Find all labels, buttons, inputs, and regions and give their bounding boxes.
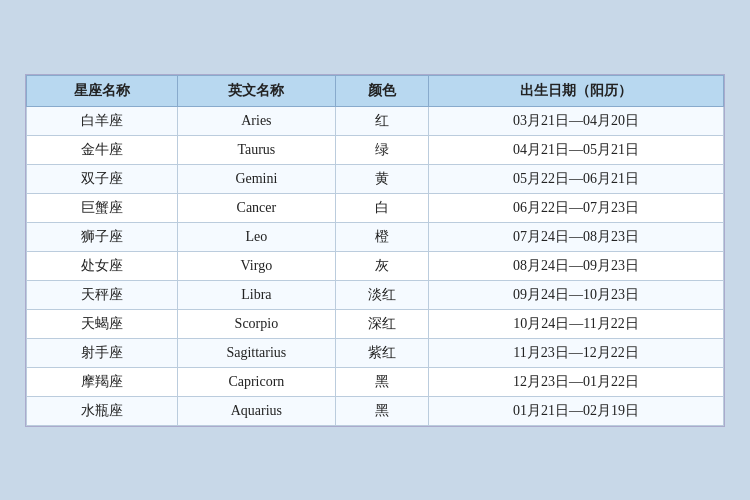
cell-english: Aries	[177, 106, 336, 135]
table-row: 天秤座Libra淡红09月24日—10月23日	[27, 280, 724, 309]
col-header-chinese: 星座名称	[27, 75, 178, 106]
cell-dates: 01月21日—02月19日	[429, 396, 724, 425]
cell-color: 黄	[336, 164, 429, 193]
cell-chinese: 双子座	[27, 164, 178, 193]
cell-chinese: 狮子座	[27, 222, 178, 251]
cell-dates: 10月24日—11月22日	[429, 309, 724, 338]
table-row: 双子座Gemini黄05月22日—06月21日	[27, 164, 724, 193]
cell-chinese: 射手座	[27, 338, 178, 367]
table-row: 摩羯座Capricorn黑12月23日—01月22日	[27, 367, 724, 396]
zodiac-table-wrapper: 星座名称 英文名称 颜色 出生日期（阳历） 白羊座Aries红03月21日—04…	[25, 74, 725, 427]
cell-color: 黑	[336, 367, 429, 396]
cell-color: 淡红	[336, 280, 429, 309]
table-row: 射手座Sagittarius紫红11月23日—12月22日	[27, 338, 724, 367]
cell-english: Virgo	[177, 251, 336, 280]
cell-english: Aquarius	[177, 396, 336, 425]
col-header-dates: 出生日期（阳历）	[429, 75, 724, 106]
table-header-row: 星座名称 英文名称 颜色 出生日期（阳历）	[27, 75, 724, 106]
table-row: 水瓶座Aquarius黑01月21日—02月19日	[27, 396, 724, 425]
table-body: 白羊座Aries红03月21日—04月20日金牛座Taurus绿04月21日—0…	[27, 106, 724, 425]
cell-dates: 09月24日—10月23日	[429, 280, 724, 309]
table-row: 处女座Virgo灰08月24日—09月23日	[27, 251, 724, 280]
cell-chinese: 天秤座	[27, 280, 178, 309]
cell-color: 红	[336, 106, 429, 135]
cell-english: Leo	[177, 222, 336, 251]
table-row: 巨蟹座Cancer白06月22日—07月23日	[27, 193, 724, 222]
cell-english: Cancer	[177, 193, 336, 222]
cell-dates: 11月23日—12月22日	[429, 338, 724, 367]
cell-chinese: 巨蟹座	[27, 193, 178, 222]
cell-chinese: 处女座	[27, 251, 178, 280]
cell-color: 紫红	[336, 338, 429, 367]
cell-chinese: 摩羯座	[27, 367, 178, 396]
table-row: 金牛座Taurus绿04月21日—05月21日	[27, 135, 724, 164]
cell-dates: 07月24日—08月23日	[429, 222, 724, 251]
cell-color: 白	[336, 193, 429, 222]
zodiac-table: 星座名称 英文名称 颜色 出生日期（阳历） 白羊座Aries红03月21日—04…	[26, 75, 724, 426]
cell-chinese: 水瓶座	[27, 396, 178, 425]
cell-chinese: 天蝎座	[27, 309, 178, 338]
cell-dates: 05月22日—06月21日	[429, 164, 724, 193]
cell-color: 深红	[336, 309, 429, 338]
cell-english: Sagittarius	[177, 338, 336, 367]
cell-dates: 03月21日—04月20日	[429, 106, 724, 135]
table-row: 白羊座Aries红03月21日—04月20日	[27, 106, 724, 135]
cell-dates: 08月24日—09月23日	[429, 251, 724, 280]
cell-english: Taurus	[177, 135, 336, 164]
cell-english: Capricorn	[177, 367, 336, 396]
cell-dates: 06月22日—07月23日	[429, 193, 724, 222]
cell-english: Scorpio	[177, 309, 336, 338]
cell-color: 绿	[336, 135, 429, 164]
cell-dates: 12月23日—01月22日	[429, 367, 724, 396]
cell-chinese: 白羊座	[27, 106, 178, 135]
cell-color: 黑	[336, 396, 429, 425]
cell-english: Gemini	[177, 164, 336, 193]
cell-chinese: 金牛座	[27, 135, 178, 164]
cell-color: 灰	[336, 251, 429, 280]
cell-color: 橙	[336, 222, 429, 251]
col-header-english: 英文名称	[177, 75, 336, 106]
cell-english: Libra	[177, 280, 336, 309]
table-row: 天蝎座Scorpio深红10月24日—11月22日	[27, 309, 724, 338]
col-header-color: 颜色	[336, 75, 429, 106]
table-row: 狮子座Leo橙07月24日—08月23日	[27, 222, 724, 251]
cell-dates: 04月21日—05月21日	[429, 135, 724, 164]
